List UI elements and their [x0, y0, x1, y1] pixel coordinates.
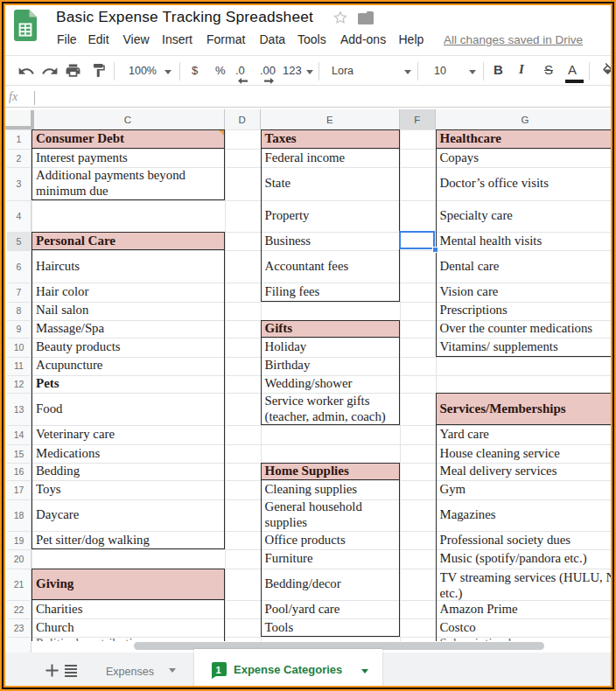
svg-text:1: 1 — [215, 665, 220, 675]
